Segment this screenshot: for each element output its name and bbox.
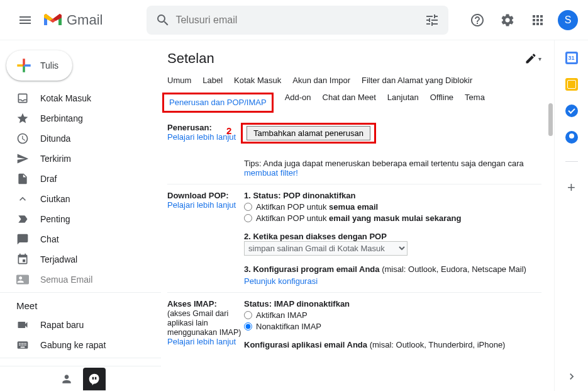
apps-button[interactable] xyxy=(525,8,550,33)
sidebar-item-scheduled[interactable]: Terjadwal xyxy=(0,249,161,269)
forwarding-learn-more-link[interactable]: Pelajari lebih lanjut xyxy=(167,132,236,142)
pop-config-link[interactable]: Petunjuk konfigurasi xyxy=(244,276,541,286)
hamburger-icon xyxy=(18,13,33,28)
tab-inbox[interactable]: Kotak Masuk xyxy=(234,76,281,85)
sidebar-item-sent[interactable]: Terkirim xyxy=(0,149,161,169)
calendar-addon[interactable] xyxy=(565,52,578,64)
tab-offline[interactable]: Offline xyxy=(430,93,453,113)
video-icon xyxy=(16,319,29,331)
hangouts-icon xyxy=(88,373,101,385)
sidebar: Tulis Kotak Masuk Berbintang Ditunda Ter… xyxy=(0,40,161,391)
menu-button[interactable] xyxy=(10,5,40,35)
chevron-right-icon xyxy=(565,370,578,383)
tab-addons[interactable]: Add-on xyxy=(285,93,311,113)
tab-accounts[interactable]: Akun dan Impor xyxy=(292,76,350,85)
imap-sublabel: (akses Gmail dari aplikasi lain mengguna… xyxy=(167,309,241,337)
tab-advanced[interactable]: Lanjutan xyxy=(387,93,419,113)
header-right: S xyxy=(465,8,578,33)
sidebar-item-chat[interactable]: Chat xyxy=(0,229,161,249)
allmail-icon xyxy=(16,273,29,286)
inbox-icon xyxy=(16,92,29,105)
tab-forwarding-pop-imap[interactable]: Penerusan dan POP/IMAP xyxy=(169,98,267,107)
pop-section: Download POP: Pelajari lebih lanjut 1. S… xyxy=(167,184,541,293)
tasks-addon[interactable] xyxy=(565,105,578,117)
highlight-box-1: Penerusan dan POP/IMAP xyxy=(162,93,274,113)
chevron-up-icon xyxy=(16,193,29,205)
imap-config-text: Konfigurasi aplikasi email Anda (misal: … xyxy=(244,340,541,349)
tab-general[interactable]: Umum xyxy=(167,76,191,85)
help-icon xyxy=(470,13,485,28)
add-forwarding-address-button[interactable]: Tambahkan alamat penerusan xyxy=(247,126,370,140)
forwarding-section: Penerusan: Pelajari lebih lanjut 2 Tamba… xyxy=(167,116,541,184)
pop-label: Download POP: xyxy=(167,191,229,200)
page-title: Setelan xyxy=(167,50,214,67)
edit-button[interactable]: ▾ xyxy=(524,52,541,65)
pop-action-select[interactable]: simpan salinan Gmail di Kotak Masuk xyxy=(244,241,408,256)
keep-addon[interactable] xyxy=(565,78,578,91)
compose-plus-icon xyxy=(14,55,34,76)
pop-enable-all-radio[interactable]: Aktifkan POP untuk semua email xyxy=(244,202,541,212)
sidebar-item-snoozed[interactable]: Ditunda xyxy=(0,128,161,149)
account-avatar[interactable]: S xyxy=(558,10,578,30)
search-bar[interactable] xyxy=(147,6,448,35)
settings-tabs: Umum Label Kotak Masuk Akun dan Impor Fi… xyxy=(167,76,541,85)
sidebar-item-important[interactable]: Penting xyxy=(0,209,161,229)
imap-section: Akses IMAP: (akses Gmail dari aplikasi l… xyxy=(167,293,541,356)
meet-section-title: Meet xyxy=(0,292,161,315)
bottom-tab-hangouts[interactable] xyxy=(83,368,106,390)
sidebar-item-starred[interactable]: Berbintang xyxy=(0,108,161,128)
gmail-m-icon xyxy=(43,13,63,28)
panel-separator xyxy=(565,161,578,162)
imap-status: Status: IMAP dinonaktifkan xyxy=(244,299,541,309)
search-input[interactable] xyxy=(175,14,419,26)
annotation-2: 2 xyxy=(226,125,231,136)
clock-icon xyxy=(16,132,29,145)
gmail-logo-text: Gmail xyxy=(67,12,103,28)
main-content: Setelan ▾ Umum Label Kotak Masuk Akun da… xyxy=(161,40,554,391)
sidebar-item-inbox[interactable]: Kotak Masuk xyxy=(0,88,161,108)
imap-disable-radio[interactable]: Nonaktifkan IMAP xyxy=(244,322,541,331)
side-panel: + xyxy=(554,40,588,391)
pop-enable-now-radio[interactable]: Aktifkan POP untuk email yang masuk mula… xyxy=(244,213,541,223)
forwarding-tip: Tips: Anda juga dapat meneruskan beberap… xyxy=(244,159,541,178)
pop-status: 1. Status: POP dinonaktifkan xyxy=(244,191,541,200)
gmail-logo[interactable]: Gmail xyxy=(43,12,103,28)
bottom-tab-contacts[interactable] xyxy=(55,368,78,390)
forwarding-label: Penerusan: xyxy=(167,123,212,132)
highlight-box-2: Tambahkan alamat penerusan xyxy=(241,123,376,144)
pop-access-label: 2. Ketika pesan diakses dengan POP xyxy=(244,232,541,241)
sidebar-bottom-tabs xyxy=(0,366,161,391)
imap-learn-more-link[interactable]: Pelajari lebih lanjut xyxy=(167,337,236,346)
contacts-addon[interactable] xyxy=(565,131,578,144)
pop-config-text: 3. Konfigurasi program email Anda (misal… xyxy=(244,264,541,286)
get-addons-button[interactable]: + xyxy=(567,179,575,196)
create-filter-link[interactable]: membuat filter! xyxy=(244,168,298,178)
tune-icon xyxy=(424,13,440,28)
keyboard-icon xyxy=(16,339,29,351)
person-icon xyxy=(60,373,73,385)
draft-icon xyxy=(16,173,29,185)
tab-themes[interactable]: Tema xyxy=(465,93,485,113)
imap-enable-radio[interactable]: Aktifkan IMAP xyxy=(244,310,541,320)
search-options-button[interactable] xyxy=(419,8,445,33)
search-icon[interactable] xyxy=(150,8,175,33)
pop-learn-more-link[interactable]: Pelajari lebih lanjut xyxy=(167,200,236,210)
star-icon xyxy=(16,112,29,125)
sidebar-item-collapse[interactable]: Ciutkan xyxy=(0,189,161,209)
tab-chat-meet[interactable]: Chat dan Meet xyxy=(323,93,376,113)
scheduled-icon xyxy=(16,253,29,266)
pencil-icon xyxy=(524,52,537,65)
settings-button[interactable] xyxy=(495,8,520,33)
app-header: Gmail S xyxy=(0,0,588,40)
sidebar-item-allmail[interactable]: Semua Email xyxy=(0,269,161,290)
meet-join-meeting[interactable]: Gabung ke rapat xyxy=(0,335,161,355)
compose-button[interactable]: Tulis xyxy=(6,50,72,81)
scrollbar-thumb[interactable] xyxy=(548,103,553,136)
collapse-panel-button[interactable] xyxy=(565,370,578,385)
tab-labels[interactable]: Label xyxy=(202,76,223,85)
tab-filters[interactable]: Filter dan Alamat yang Diblokir xyxy=(362,76,472,85)
meet-new-meeting[interactable]: Rapat baru xyxy=(0,315,161,335)
send-icon xyxy=(16,152,29,165)
sidebar-item-drafts[interactable]: Draf xyxy=(0,169,161,189)
help-button[interactable] xyxy=(465,8,490,33)
